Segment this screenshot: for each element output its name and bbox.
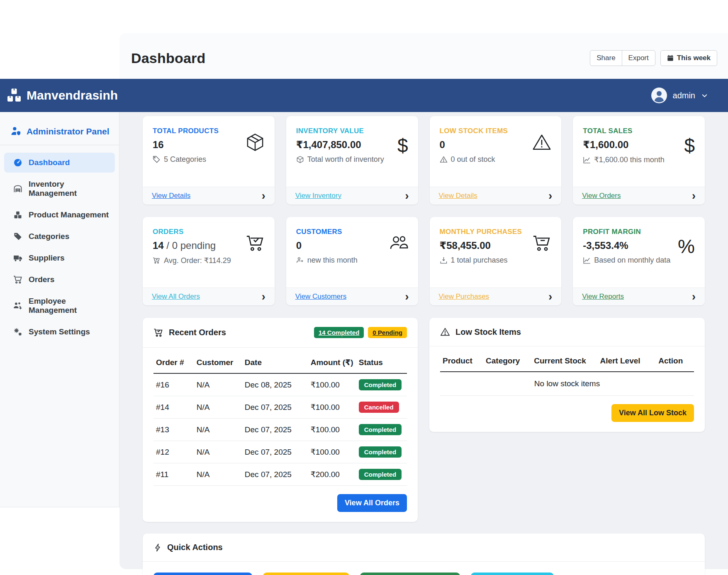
gears-icon (13, 327, 22, 336)
view-all-orders-link[interactable]: View All Orders (152, 292, 200, 301)
stat-card-footer-link[interactable]: View Purchases › (430, 288, 562, 305)
recent-orders-title: Recent Orders (169, 328, 226, 337)
low-stock-panel: Low Stock Items Product Category Current… (429, 318, 705, 432)
stat-card-customers: CUSTOMERS 0 new this month View Customer… (286, 217, 418, 305)
stat-card-title: CUSTOMERS (296, 228, 358, 236)
order-id: #12 (153, 441, 194, 463)
this-week-button[interactable]: This week (660, 50, 717, 66)
view-details-link[interactable]: View Details (439, 192, 477, 200)
brand[interactable]: Manvendrasinh (7, 88, 118, 103)
sidebar-item-suppliers[interactable]: Suppliers (4, 248, 115, 268)
recent-orders-table: Order # Customer Date Amount (₹) Status … (153, 352, 407, 486)
sidebar-item-system-settings[interactable]: System Settings (4, 322, 115, 342)
stat-card-subtext: 1 total purchases (451, 256, 508, 265)
order-customer: N/A (194, 373, 242, 396)
column-header: Product (440, 351, 483, 372)
order-id: #13 (153, 419, 194, 441)
create-new-order-button[interactable]: Create New Order (360, 573, 460, 575)
chevron-right-icon: › (548, 293, 552, 300)
chevron-right-icon: › (405, 293, 409, 300)
stat-card-footer-link[interactable]: View Inventory › (286, 187, 418, 205)
export-button[interactable]: Export (622, 50, 655, 66)
page-header: Dashboard Share Export This week (119, 33, 728, 79)
stat-card-footer-link[interactable]: View Details › (430, 187, 562, 205)
completed-badge[interactable]: 14 Completed (314, 327, 364, 338)
table-row[interactable]: #11 N/A Dec 07, 2025 ₹200.00 Completed (153, 463, 407, 486)
stat-card-orders: ORDERS 14 / 0 pending Avg. Order: ₹114.2… (143, 217, 275, 305)
sidebar-item-dashboard[interactable]: Dashboard (4, 153, 115, 173)
column-header: Date (242, 352, 308, 373)
stat-card-footer-link[interactable]: View Details › (143, 187, 275, 205)
sidebar-item-label: Dashboard (29, 158, 70, 167)
sidebar-item-product-management[interactable]: Product Management (4, 205, 115, 225)
lightning-icon (153, 543, 162, 552)
low-stock-table: Product Category Current Stock Alert Lev… (440, 351, 694, 396)
sidebar-item-label: Product Management (29, 210, 109, 219)
stat-card-value: 14 (153, 240, 164, 251)
order-customer: N/A (194, 463, 242, 486)
cart-check-icon (246, 228, 265, 288)
view-all-low-stock-button[interactable]: View All Low Stock (611, 404, 694, 422)
avatar (651, 88, 667, 103)
user-menu[interactable]: admin (651, 88, 708, 103)
view-orders-link[interactable]: View Orders (582, 192, 621, 200)
table-row[interactable]: #13 N/A Dec 07, 2025 ₹100.00 Completed (153, 419, 407, 441)
top-navbar: Manvendrasinh admin (0, 79, 728, 112)
order-date: Dec 07, 2025 (242, 396, 308, 419)
sidebar-item-inventory-management[interactable]: Inventory Management (4, 174, 115, 203)
dollar-icon: $ (684, 127, 695, 187)
chevron-down-icon (701, 92, 708, 99)
people-gear-icon (13, 301, 22, 310)
graph-small-icon (583, 156, 591, 164)
stat-card-subtext: 0 out of stock (451, 155, 495, 164)
tag-small-icon (153, 156, 161, 163)
stat-card-value: ₹1,600.00 (583, 139, 665, 151)
view-inventory-link[interactable]: View Inventory (295, 192, 341, 200)
speedometer-icon (13, 158, 22, 167)
column-header: Category (483, 351, 531, 372)
stat-card-footer-link[interactable]: View Reports › (573, 288, 705, 305)
stat-card-value: ₹1,407,850.00 (296, 139, 384, 151)
sidebar-item-label: Employee Management (29, 297, 111, 315)
status-badge: Completed (359, 469, 402, 480)
stat-card-subtext: Total worth of inventory (307, 155, 384, 164)
view-reports-button[interactable]: View Reports (471, 573, 554, 575)
empty-state-text: No low stock items (440, 372, 694, 396)
view-details-link[interactable]: View Details (152, 192, 190, 200)
stat-card-footer-link[interactable]: View Orders › (573, 187, 705, 205)
stat-card-footer-link[interactable]: View Customers › (286, 288, 418, 305)
table-row[interactable]: #16 N/A Dec 08, 2025 ₹100.00 Completed (153, 373, 407, 396)
add-new-product-button[interactable]: Add New Product (153, 573, 252, 575)
stat-card-title: ORDERS (153, 228, 231, 236)
stat-card-title: INVENTORY VALUE (296, 127, 384, 135)
stat-card-total-sales: TOTAL SALES ₹1,600.00 ₹1,600.00 this mon… (573, 116, 705, 205)
view-reports-link[interactable]: View Reports (582, 292, 624, 301)
view-all-orders-button[interactable]: View All Orders (337, 494, 407, 512)
sidebar-item-orders[interactable]: Orders (4, 270, 115, 290)
reorder-items-button[interactable]: Reorder Items (263, 573, 349, 575)
sidebar-item-employee-management[interactable]: Employee Management (4, 291, 115, 320)
status-badge: Completed (359, 424, 402, 435)
warning-small-icon (440, 156, 448, 163)
view-purchases-link[interactable]: View Purchases (439, 292, 489, 301)
view-customers-link[interactable]: View Customers (295, 292, 346, 301)
stat-card-title: TOTAL SALES (583, 127, 665, 135)
stat-card-profit-margin: PROFIT MARGIN -3,553.4% Based on monthly… (573, 217, 705, 305)
sidebar-item-categories[interactable]: Categories (4, 227, 115, 246)
download-small-icon (440, 256, 448, 264)
table-row[interactable]: #14 N/A Dec 07, 2025 ₹100.00 Cancelled (153, 396, 407, 419)
brand-name: Manvendrasinh (27, 88, 118, 102)
table-row[interactable]: #12 N/A Dec 07, 2025 ₹100.00 Completed (153, 441, 407, 463)
column-header: Alert Level (597, 351, 656, 372)
column-header: Status (356, 352, 407, 373)
order-id: #14 (153, 396, 194, 419)
person-plus-icon (296, 256, 304, 264)
stat-card-low-stock-items: LOW STOCK ITEMS 0 0 out of stock View De… (430, 116, 562, 205)
stat-card-footer-link[interactable]: View All Orders › (143, 288, 275, 305)
chevron-right-icon: › (692, 192, 696, 200)
order-date: Dec 07, 2025 (242, 441, 308, 463)
username: admin (673, 91, 695, 100)
share-export-group: Share Export (590, 50, 655, 66)
pending-badge[interactable]: 0 Pending (368, 327, 407, 338)
share-button[interactable]: Share (590, 50, 622, 66)
